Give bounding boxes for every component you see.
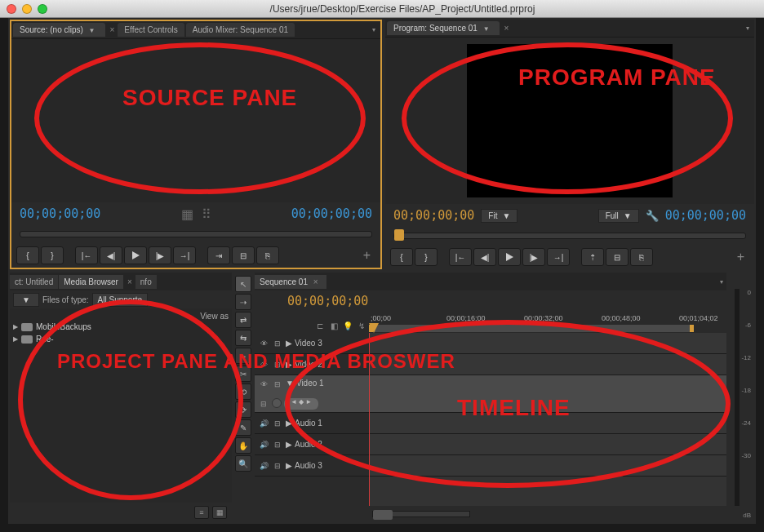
eye-icon[interactable]: 👁 <box>258 379 269 390</box>
lock-icon[interactable]: ⊟ <box>272 460 283 472</box>
tab-info[interactable]: nfo <box>135 275 157 289</box>
step-fwd-button[interactable]: |▶ <box>522 248 545 266</box>
track-style-icon[interactable] <box>272 398 282 408</box>
play-button[interactable] <box>498 248 521 266</box>
go-to-in-button[interactable]: |← <box>449 248 472 266</box>
disclosure-icon[interactable]: ▶ <box>13 323 18 330</box>
lock-icon[interactable]: ⊟ <box>272 338 283 349</box>
zoom-slider[interactable] <box>372 511 470 517</box>
timeline-timecode[interactable]: 00;00;00;00 <box>287 294 368 308</box>
export-frame-button[interactable]: ⎘ <box>256 246 279 264</box>
media-browser-close-icon[interactable]: × <box>124 277 135 286</box>
export-frame-button[interactable]: ⎘ <box>630 248 653 266</box>
program-dur-timecode[interactable]: 00;00;00;00 <box>665 208 746 223</box>
source-out-timecode[interactable]: 00;00;00;00 <box>291 206 372 221</box>
track-row[interactable] <box>369 333 726 354</box>
track-expand-icon[interactable]: ▶ <box>286 360 292 369</box>
minimize-icon[interactable] <box>22 4 32 14</box>
track-row[interactable] <box>369 434 726 455</box>
track-collapse-icon[interactable]: ▼ <box>286 379 294 388</box>
button-editor-icon[interactable]: + <box>732 250 749 264</box>
tab-effect-controls[interactable]: Effect Controls <box>118 23 184 37</box>
mark-out-button[interactable]: } <box>415 248 438 266</box>
track-row[interactable] <box>369 413 726 434</box>
audio-track-header[interactable]: 🔊⊟▶Audio 2 <box>255 434 369 455</box>
speaker-icon[interactable]: 🔊 <box>258 439 269 450</box>
thumb-view-icon[interactable]: ▦ <box>212 506 227 519</box>
program-play-timecode[interactable]: 00;00;00;00 <box>393 208 474 223</box>
list-item[interactable]: ▶ MobileBackups <box>13 321 229 333</box>
eye-icon[interactable]: 👁 <box>258 338 269 349</box>
bulb-icon[interactable]: 💡 <box>342 320 353 331</box>
selection-tool-icon[interactable]: ↖ <box>235 276 251 292</box>
lock-icon[interactable]: ⊟ <box>272 418 283 429</box>
wrench-icon[interactable]: ↯ <box>356 320 367 331</box>
video-track-header[interactable]: 👁⊟▶Video 3 <box>255 333 369 354</box>
program-playhead[interactable] <box>394 229 404 241</box>
sequence-close-icon[interactable]: × <box>310 277 322 286</box>
zoom-icon[interactable] <box>38 4 47 14</box>
track-expand-icon[interactable]: ▶ <box>286 440 292 449</box>
list-item[interactable]: ▶ Rue- <box>13 333 229 345</box>
rate-stretch-tool-icon[interactable]: ↔ <box>235 348 251 364</box>
track-row[interactable] <box>369 375 726 413</box>
list-view-icon[interactable]: ≡ <box>194 506 209 519</box>
source-scrubber[interactable] <box>20 231 372 237</box>
panel-menu-icon[interactable]: ▾ <box>746 24 749 32</box>
close-icon[interactable] <box>7 4 16 14</box>
work-area-bar[interactable] <box>369 325 694 332</box>
lock-icon[interactable]: ⊟ <box>272 359 283 370</box>
insert-button[interactable]: ⇥ <box>207 246 230 264</box>
tab-media-browser[interactable]: Media Browser <box>59 275 123 289</box>
audio-track-header[interactable]: 🔊⊟▶Audio 1 <box>255 413 369 434</box>
mark-in-button[interactable]: { <box>390 248 413 266</box>
play-button[interactable] <box>124 246 147 264</box>
audio-only-icon[interactable]: ⠿ <box>202 206 211 222</box>
tab-program[interactable]: Program: Sequence 01 ▼ <box>387 21 500 35</box>
tab-project[interactable]: ct: Untitled <box>10 275 58 289</box>
speaker-icon[interactable]: 🔊 <box>258 460 269 472</box>
track-content[interactable] <box>369 333 726 506</box>
go-to-out-button[interactable]: →| <box>173 246 196 264</box>
hand-tool-icon[interactable]: ✋ <box>235 437 251 454</box>
audio-track-header[interactable]: 🔊⊟▶Audio 3 <box>255 455 369 477</box>
mark-out-button[interactable]: } <box>41 246 64 264</box>
snap-icon[interactable]: ⊏ <box>314 320 326 331</box>
track-expand-icon[interactable]: ▶ <box>286 419 292 428</box>
program-scrubber[interactable] <box>393 233 746 239</box>
video-only-icon[interactable]: ▦ <box>181 206 193 222</box>
button-editor-icon[interactable]: + <box>358 248 375 263</box>
program-seq-dropdown-icon[interactable]: ▼ <box>480 25 493 33</box>
resolution-dropdown[interactable]: Full▼ <box>598 209 639 223</box>
slide-tool-icon[interactable]: ⟳ <box>235 401 251 418</box>
source-tab-close-icon[interactable]: × <box>107 25 118 34</box>
video-track-header[interactable]: 👁⊟▼Video 1⊟◄ ◆ ► <box>255 375 369 413</box>
media-browser-list[interactable]: View as ▶ MobileBackups ▶ Rue- <box>10 308 232 503</box>
razor-tool-icon[interactable]: ✂ <box>235 366 251 382</box>
tab-sequence[interactable]: Sequence 01 × <box>255 275 326 289</box>
panel-menu-icon[interactable]: ▾ <box>372 26 375 33</box>
playhead-line[interactable] <box>369 333 370 506</box>
keyframe-dropdown[interactable]: ◄ ◆ ► <box>284 398 318 410</box>
go-to-in-button[interactable]: |← <box>75 246 98 264</box>
video-track-header[interactable]: 👁⊟▶Video 2 <box>255 354 369 375</box>
source-clip-dropdown-icon[interactable]: ▼ <box>86 27 99 34</box>
lock-icon[interactable]: ⊟ <box>272 439 283 450</box>
extract-button[interactable]: ⊟ <box>606 248 629 266</box>
panel-menu-icon[interactable]: ▾ <box>720 278 723 286</box>
zoom-fit-dropdown[interactable]: Fit▼ <box>481 209 517 223</box>
overwrite-button[interactable]: ⊟ <box>232 246 255 264</box>
track-select-tool-icon[interactable]: ⇢ <box>235 294 251 310</box>
step-back-button[interactable]: ◀| <box>100 246 122 264</box>
lift-button[interactable]: ⇡ <box>581 248 604 266</box>
slip-tool-icon[interactable]: ⟲ <box>235 383 251 400</box>
filetype-dropdown[interactable]: All Supporte <box>92 293 148 307</box>
timeline-ruler[interactable]: ;00;00 00;00;16;00 00;00;32;00 00;00;48;… <box>369 312 726 333</box>
disclosure-icon[interactable]: ▶ <box>13 335 18 343</box>
ripple-edit-tool-icon[interactable]: ⇄ <box>235 312 251 328</box>
settings-icon[interactable]: 🔧 <box>646 210 659 222</box>
track-expand-icon[interactable]: ▶ <box>286 339 292 348</box>
program-tab-close-icon[interactable]: × <box>501 24 513 33</box>
speaker-icon[interactable]: 🔊 <box>258 418 269 429</box>
pen-tool-icon[interactable]: ✎ <box>235 419 251 436</box>
